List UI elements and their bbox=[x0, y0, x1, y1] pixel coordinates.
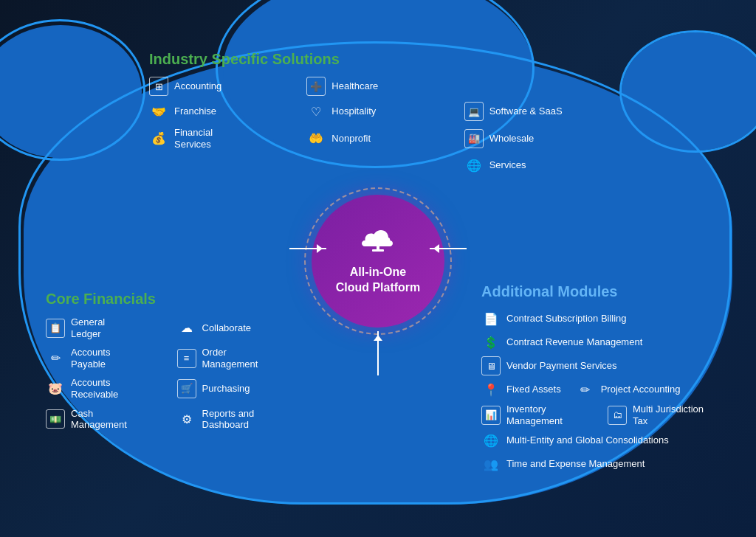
purchasing-icon: 🛒 bbox=[177, 379, 196, 398]
cash-management-icon: 💵 bbox=[46, 409, 65, 429]
wholesale-icon: 🏭 bbox=[464, 129, 484, 148]
collaborate-icon: ☁ bbox=[177, 319, 196, 338]
additional-row: 📍 Fixed Assets ✏ Project Accounting bbox=[481, 380, 710, 399]
center-circle-outer: All-in-One Cloud Platform bbox=[304, 187, 452, 335]
arrow-left bbox=[289, 248, 326, 249]
item-label: Purchasing bbox=[202, 383, 250, 395]
item-label: AccountsPayable bbox=[71, 347, 110, 370]
list-item: 💰 FinancialServices bbox=[149, 127, 292, 150]
item-label: Contract Revenue Management bbox=[506, 336, 642, 348]
list-item: 🗂 Multi Jurisdiction Tax bbox=[608, 403, 710, 426]
cloud-icon bbox=[360, 227, 396, 260]
item-label: GeneralLedger bbox=[71, 316, 105, 339]
list-item: 🤝 Franchise bbox=[149, 102, 292, 121]
multi-entity-icon: 🌐 bbox=[481, 431, 501, 450]
item-label: Accounting bbox=[174, 80, 221, 92]
vendor-payment-icon: 🖥 bbox=[481, 356, 501, 375]
list-item: ⚙ Reports andDashboard bbox=[177, 408, 298, 431]
hospitality-icon: ♡ bbox=[306, 102, 326, 121]
industry-title: Industry Specific Solutions bbox=[149, 51, 607, 68]
center-circle: All-in-One Cloud Platform bbox=[312, 195, 444, 328]
accounts-payable-icon: ✏ bbox=[46, 349, 65, 368]
item-label: Reports andDashboard bbox=[202, 408, 255, 431]
item-label: Services bbox=[489, 159, 526, 171]
item-label: Vendor Payment Services bbox=[506, 360, 617, 372]
spacer bbox=[464, 77, 484, 96]
order-management-icon: ≡ bbox=[177, 349, 196, 368]
content-layer: Industry Specific Solutions ⊞ Accounting… bbox=[16, 10, 740, 527]
contract-revenue-icon: 💲 bbox=[481, 333, 501, 352]
item-label: Contract Subscription Billing bbox=[506, 313, 627, 325]
list-item: 🖥 Vendor Payment Services bbox=[481, 356, 710, 375]
list-item: 🏭 Wholesale bbox=[464, 127, 607, 150]
core-title: Core Financials bbox=[46, 291, 297, 308]
list-item: ⊞ Accounting bbox=[149, 77, 292, 96]
list-item bbox=[149, 156, 292, 175]
list-item: ♡ Hospitality bbox=[306, 102, 449, 121]
list-item: 👥 Time and Expense Management bbox=[481, 454, 710, 474]
software-icon: 💻 bbox=[464, 102, 484, 121]
services-icon: 🌐 bbox=[464, 156, 484, 175]
list-item: ≡ OrderManagement bbox=[177, 347, 298, 370]
additional-section: Additional Modules 📄 Contract Subscripti… bbox=[481, 283, 710, 474]
list-item: 🌐 Services bbox=[464, 156, 607, 175]
list-item: ✏ AccountsPayable bbox=[46, 347, 166, 370]
list-item: 📄 Contract Subscription Billing bbox=[481, 309, 710, 328]
list-item: 🤲 Nonprofit bbox=[306, 127, 449, 150]
tax-icon: 🗂 bbox=[608, 406, 627, 425]
list-item: 🌐 Multi-Entity and Global Consolidations bbox=[481, 431, 710, 450]
item-label: Multi-Entity and Global Consolidations bbox=[506, 434, 669, 446]
list-item: 💵 CashManagement bbox=[46, 408, 166, 431]
item-label: Nonprofit bbox=[331, 133, 371, 145]
project-accounting-icon: ✏ bbox=[576, 380, 595, 399]
list-item bbox=[306, 156, 449, 175]
accounts-receivable-icon: 🐷 bbox=[46, 379, 65, 398]
item-label: Project Accounting bbox=[601, 384, 681, 395]
time-expense-icon: 👥 bbox=[481, 454, 501, 474]
list-item: 📋 GeneralLedger bbox=[46, 316, 166, 339]
list-item: 📊 Inventory Management bbox=[481, 403, 593, 426]
core-section: Core Financials 📋 GeneralLedger ☁ Collab… bbox=[46, 291, 297, 431]
item-label: OrderManagement bbox=[202, 347, 258, 370]
item-label: Inventory Management bbox=[506, 403, 593, 426]
additional-row: 📊 Inventory Management 🗂 Multi Jurisdict… bbox=[481, 403, 710, 426]
item-label: Time and Expense Management bbox=[506, 458, 645, 470]
item-label: Healthcare bbox=[331, 80, 378, 92]
list-item: 💻 Software & SaaS bbox=[464, 102, 607, 121]
list-item: ☁ Collaborate bbox=[177, 316, 298, 339]
general-ledger-icon: 📋 bbox=[46, 319, 65, 338]
item-label: Wholesale bbox=[489, 133, 535, 145]
item-label: AccountsReceivable bbox=[71, 377, 118, 400]
item-label: CashManagement bbox=[71, 408, 127, 431]
list-item: 🛒 Purchasing bbox=[177, 377, 298, 400]
item-label: Multi Jurisdiction Tax bbox=[633, 403, 710, 426]
list-item: 🐷 AccountsReceivable bbox=[46, 377, 166, 400]
center-text: All-in-One Cloud Platform bbox=[336, 265, 421, 296]
spacer3 bbox=[306, 156, 326, 175]
healthcare-icon: ➕ bbox=[306, 77, 326, 96]
industry-section: Industry Specific Solutions ⊞ Accounting… bbox=[149, 51, 607, 175]
svg-rect-1 bbox=[372, 249, 384, 252]
accounting-icon: ⊞ bbox=[149, 77, 168, 96]
fixed-assets-icon: 📍 bbox=[481, 380, 501, 399]
core-grid: 📋 GeneralLedger ☁ Collaborate ✏ Accounts… bbox=[46, 316, 297, 431]
franchise-icon: 🤝 bbox=[149, 102, 168, 121]
reports-dashboard-icon: ⚙ bbox=[177, 409, 196, 429]
arrow-right bbox=[430, 248, 467, 249]
item-label: Collaborate bbox=[202, 322, 252, 334]
item-label: Franchise bbox=[174, 105, 216, 117]
spacer2 bbox=[149, 156, 168, 175]
financial-icon: 💰 bbox=[149, 129, 168, 148]
item-label: FinancialServices bbox=[174, 127, 213, 150]
industry-grid: ⊞ Accounting ➕ Healthcare 🤝 Franchise ♡ bbox=[149, 77, 607, 175]
arrow-up bbox=[377, 331, 379, 375]
diagram-container: Industry Specific Solutions ⊞ Accounting… bbox=[16, 10, 740, 527]
additional-list: 📄 Contract Subscription Billing 💲 Contra… bbox=[481, 309, 710, 474]
item-label: Fixed Assets bbox=[506, 384, 561, 395]
list-item: ✏ Project Accounting bbox=[576, 380, 681, 399]
list-item: 💲 Contract Revenue Management bbox=[481, 333, 710, 352]
list-item: 📍 Fixed Assets bbox=[481, 380, 561, 399]
item-label: Hospitality bbox=[331, 105, 376, 117]
inventory-icon: 📊 bbox=[481, 406, 501, 425]
list-item: ➕ Healthcare bbox=[306, 77, 449, 96]
